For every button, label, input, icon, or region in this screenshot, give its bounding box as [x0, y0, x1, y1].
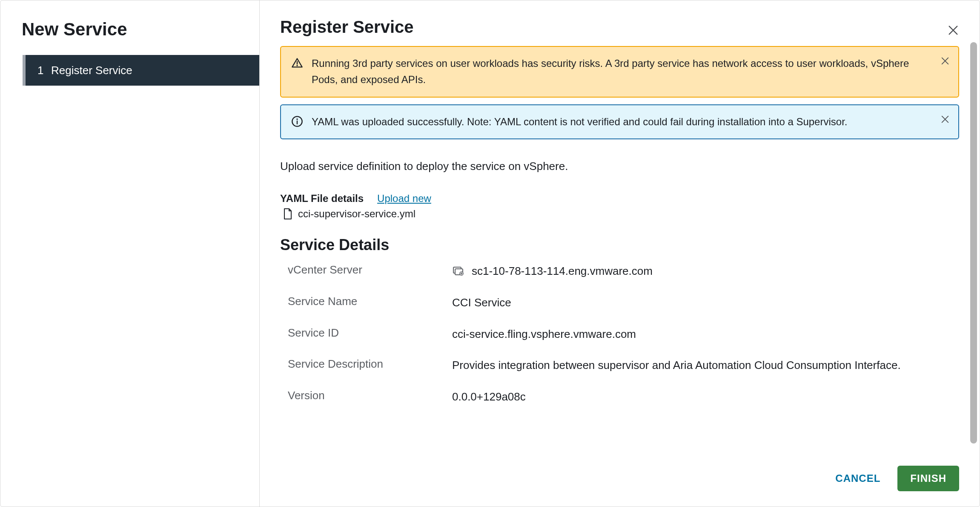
close-icon [940, 115, 950, 124]
value-service-name: CCI Service [452, 295, 920, 311]
label-version: Version [288, 389, 447, 405]
value-service-description: Provides integration between supervisor … [452, 357, 920, 374]
service-details-grid: vCenter Server sc1-10-78-113-114.eng.vmw… [280, 263, 959, 405]
finish-button[interactable]: FINISH [897, 466, 959, 491]
warning-alert-close[interactable] [940, 56, 950, 66]
service-details-title: Service Details [280, 236, 959, 254]
wizard-step-label: Register Service [51, 64, 132, 77]
info-alert-text: YAML was uploaded successfully. Note: YA… [312, 114, 948, 130]
cancel-button[interactable]: CANCEL [835, 472, 880, 484]
info-alert: YAML was uploaded successfully. Note: YA… [280, 104, 959, 139]
warning-triangle-icon [291, 57, 303, 69]
content-header: Register Service [280, 17, 959, 46]
close-icon [940, 56, 950, 66]
close-dialog-button[interactable] [947, 24, 959, 36]
dialog-footer: CANCEL FINISH [835, 466, 959, 491]
new-service-dialog: New Service 1 Register Service Register … [0, 0, 980, 507]
close-icon [947, 24, 959, 36]
wizard-step-register-service[interactable]: 1 Register Service [23, 55, 259, 86]
yaml-filename: cci-supervisor-service.yml [298, 208, 415, 220]
yaml-section: YAML File details Upload new cci-supervi… [280, 193, 959, 220]
yaml-file-row: cci-supervisor-service.yml [280, 208, 959, 220]
wizard-title: New Service [0, 19, 259, 55]
label-service-name: Service Name [288, 295, 447, 311]
svg-point-1 [296, 65, 298, 66]
info-alert-close[interactable] [940, 115, 950, 124]
info-circle-icon [291, 115, 303, 127]
yaml-header: YAML File details Upload new [280, 193, 959, 205]
content-scrollbar[interactable] [970, 42, 977, 444]
value-vcenter: sc1-10-78-113-114.eng.vmware.com [452, 263, 920, 279]
content-area: Register Service Running 3rd party servi… [260, 0, 980, 507]
upload-instruction: Upload service definition to deploy the … [280, 160, 959, 173]
label-service-id: Service ID [288, 326, 447, 343]
file-icon [283, 208, 293, 220]
warning-alert-text: Running 3rd party services on user workl… [312, 55, 948, 88]
warning-alert: Running 3rd party services on user workl… [280, 46, 959, 98]
value-version: 0.0.0+129a08c [452, 389, 920, 405]
vcenter-server-icon [452, 266, 465, 277]
upload-new-link[interactable]: Upload new [377, 193, 431, 205]
value-vcenter-text: sc1-10-78-113-114.eng.vmware.com [472, 263, 653, 279]
wizard-sidebar: New Service 1 Register Service [0, 0, 260, 507]
page-title: Register Service [280, 17, 414, 37]
value-service-id: cci-service.fling.vsphere.vmware.com [452, 326, 920, 343]
wizard-step-number: 1 [37, 64, 51, 77]
label-vcenter: vCenter Server [288, 263, 447, 279]
label-service-description: Service Description [288, 357, 447, 374]
svg-point-3 [296, 118, 298, 120]
yaml-file-label: YAML File details [280, 193, 364, 205]
